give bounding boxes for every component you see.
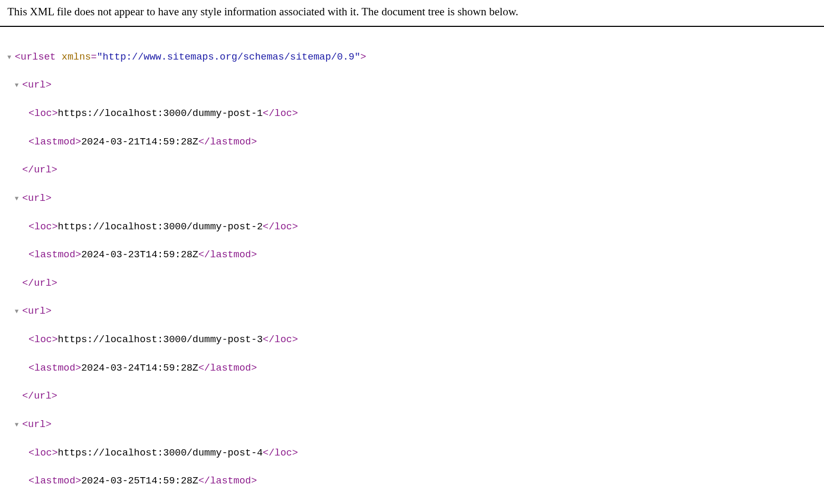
root-attr-value: "http://www.sitemaps.org/schemas/sitemap… — [97, 52, 360, 63]
disclosure-triangle-icon[interactable]: ▼ — [15, 421, 22, 430]
lastmod-line: <lastmod>2024-03-24T14:59:28Z</lastmod> — [7, 362, 817, 376]
url-close-line: </url> — [7, 390, 817, 404]
url-open-line: ▼<url> — [7, 305, 817, 319]
lastmod-line: <lastmod>2024-03-23T14:59:28Z</lastmod> — [7, 248, 817, 263]
url-open-line: ▼<url> — [7, 79, 817, 93]
url-close-line: </url> — [7, 277, 817, 291]
loc-value: https://localhost:3000/dummy-post-3 — [58, 334, 263, 345]
loc-line: <loc>https://localhost:3000/dummy-post-4… — [7, 447, 817, 461]
xml-tree: ▼<urlset xmlns="http://www.sitemaps.org/… — [0, 27, 824, 504]
loc-value: https://localhost:3000/dummy-post-2 — [58, 221, 263, 232]
lastmod-value: 2024-03-23T14:59:28Z — [81, 249, 198, 260]
url-open-line: ▼<url> — [7, 192, 817, 206]
url-open-line: ▼<url> — [7, 418, 817, 432]
root-open-line: ▼<urlset xmlns="http://www.sitemaps.org/… — [7, 51, 817, 65]
url-close-line: </url> — [7, 163, 817, 178]
root-attr-name: xmlns — [62, 52, 91, 63]
lastmod-value: 2024-03-21T14:59:28Z — [81, 137, 198, 148]
disclosure-triangle-icon[interactable]: ▼ — [15, 307, 22, 316]
disclosure-triangle-icon[interactable]: ▼ — [15, 81, 22, 90]
loc-line: <loc>https://localhost:3000/dummy-post-2… — [7, 220, 817, 235]
lastmod-line: <lastmod>2024-03-25T14:59:28Z</lastmod> — [7, 474, 817, 489]
loc-line: <loc>https://localhost:3000/dummy-post-1… — [7, 107, 817, 121]
xml-notice: This XML file does not appear to have an… — [0, 0, 824, 27]
loc-value: https://localhost:3000/dummy-post-4 — [58, 448, 263, 459]
loc-line: <loc>https://localhost:3000/dummy-post-3… — [7, 333, 817, 347]
disclosure-triangle-icon[interactable]: ▼ — [7, 53, 15, 62]
loc-value: https://localhost:3000/dummy-post-1 — [58, 108, 263, 119]
disclosure-triangle-icon[interactable]: ▼ — [15, 195, 22, 203]
root-tag: urlset — [21, 52, 56, 63]
lastmod-value: 2024-03-25T14:59:28Z — [81, 476, 198, 487]
lastmod-line: <lastmod>2024-03-21T14:59:28Z</lastmod> — [7, 135, 817, 150]
lastmod-value: 2024-03-24T14:59:28Z — [81, 363, 198, 374]
